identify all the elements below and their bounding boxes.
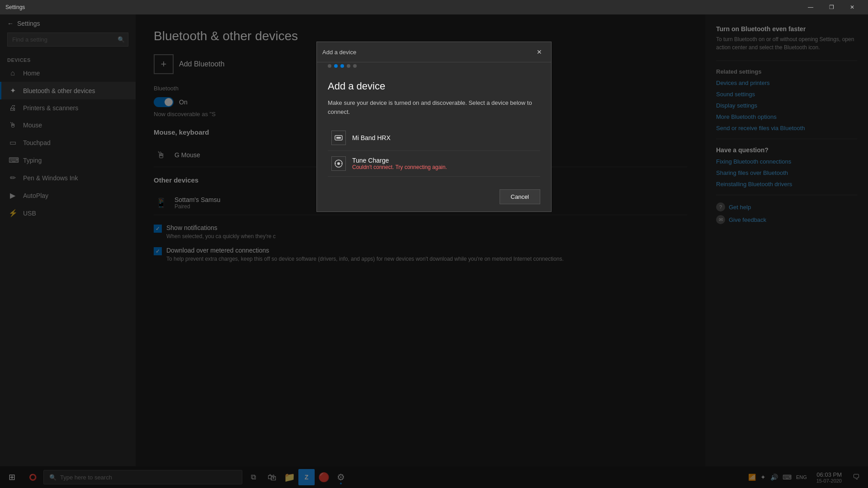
tune-charge-status: Couldn't connect. Try connecting again. <box>352 164 537 170</box>
modal-titlebar: Add a device ✕ <box>317 42 551 62</box>
progress-dot-1 <box>328 64 331 68</box>
progress-dot-4 <box>347 64 350 68</box>
window-controls: — ❐ ✕ <box>800 0 863 14</box>
tune-charge-icon <box>331 156 346 171</box>
modal-overlay: Add a device ✕ Add a device Make sure yo… <box>0 14 868 488</box>
progress-dot-3 <box>340 64 344 68</box>
svg-rect-1 <box>336 137 341 139</box>
maximize-button[interactable]: ❐ <box>821 0 842 14</box>
svg-point-3 <box>337 162 340 165</box>
modal-device-mi-band[interactable]: Mi Band HRX <box>328 125 540 151</box>
modal-close-button[interactable]: ✕ <box>533 46 546 58</box>
modal-progress <box>317 62 551 70</box>
modal-device-tune-charge[interactable]: Tune Charge Couldn't connect. Try connec… <box>328 151 540 177</box>
title-bar: Settings — ❐ ✕ <box>0 0 868 14</box>
app-title: Settings <box>5 4 800 10</box>
minimize-button[interactable]: — <box>800 0 821 14</box>
progress-dot-2 <box>334 64 338 68</box>
modal-footer: Cancel <box>317 184 551 211</box>
modal-title: Add a device <box>322 49 356 56</box>
close-button[interactable]: ✕ <box>842 0 863 14</box>
modal-description: Make sure your device is turned on and d… <box>328 99 540 116</box>
modal-heading: Add a device <box>328 80 540 92</box>
mi-band-icon <box>331 131 346 145</box>
tune-charge-name: Tune Charge <box>352 157 537 164</box>
progress-dot-5 <box>353 64 357 68</box>
add-device-modal: Add a device ✕ Add a device Make sure yo… <box>316 42 552 212</box>
tune-charge-info: Tune Charge Couldn't connect. Try connec… <box>352 157 537 170</box>
cancel-button[interactable]: Cancel <box>500 189 540 204</box>
mi-band-name: Mi Band HRX <box>352 134 537 141</box>
mi-band-info: Mi Band HRX <box>352 134 537 141</box>
modal-body: Add a device Make sure your device is tu… <box>317 70 551 184</box>
